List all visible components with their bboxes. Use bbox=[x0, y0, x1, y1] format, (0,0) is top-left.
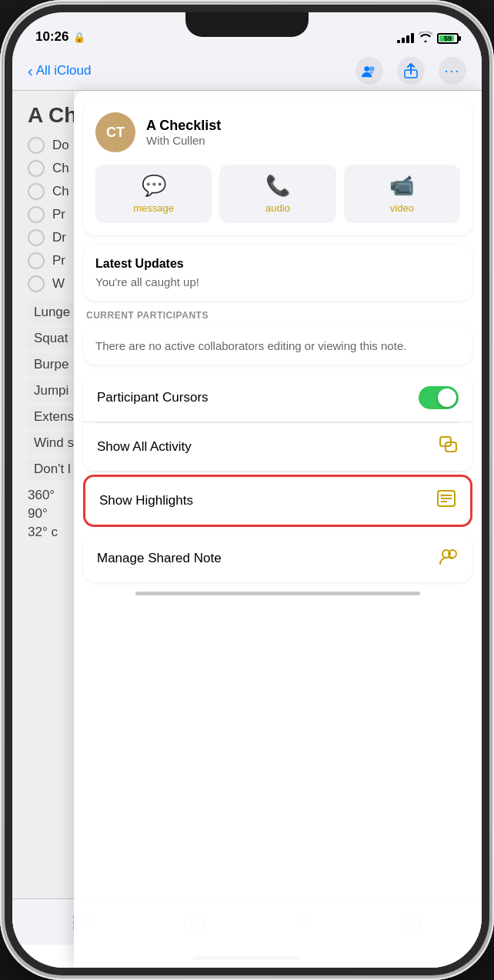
action-buttons: 💬 message 📞 audio 📹 video bbox=[95, 165, 460, 223]
settings-card: Participant Cursors Show All Activity bbox=[83, 374, 472, 472]
show-highlights-icon-container bbox=[436, 489, 456, 512]
signal-bars bbox=[397, 33, 414, 43]
phone-inner: 10:26 🔒 bbox=[5, 5, 489, 975]
more-button[interactable]: ··· bbox=[439, 57, 466, 85]
phone-frame: 10:26 🔒 bbox=[0, 0, 494, 980]
video-button[interactable]: 📹 video bbox=[344, 165, 460, 223]
svg-point-0 bbox=[364, 66, 369, 72]
signal-bar-2 bbox=[402, 38, 405, 43]
share-button[interactable] bbox=[397, 57, 425, 85]
lock-icon: 🔒 bbox=[73, 32, 85, 43]
video-icon: 📹 bbox=[389, 174, 414, 198]
audio-icon: 📞 bbox=[265, 174, 290, 198]
share-people-button[interactable] bbox=[355, 57, 383, 85]
nav-bar: ‹ All iCloud bbox=[12, 51, 482, 91]
show-highlights-icon bbox=[436, 489, 456, 512]
wifi-icon bbox=[419, 32, 432, 45]
scroll-indicator bbox=[135, 592, 420, 595]
contact-row: CT A Checklist With Cullen bbox=[95, 112, 460, 152]
participant-cursors-label: Participant Cursors bbox=[97, 390, 209, 405]
show-highlights-highlighted-container: Show Highlights bbox=[83, 475, 472, 527]
message-button[interactable]: 💬 message bbox=[95, 165, 212, 223]
settings-divider-2 bbox=[97, 472, 459, 472]
manage-shared-card: Manage Shared Note bbox=[83, 535, 472, 582]
show-all-activity-icon bbox=[439, 435, 459, 458]
video-label: video bbox=[390, 202, 414, 214]
back-label: All iCloud bbox=[36, 63, 92, 78]
participant-cursors-row[interactable]: Participant Cursors bbox=[83, 374, 472, 422]
signal-bar-4 bbox=[411, 33, 414, 43]
blur-overlay bbox=[12, 91, 74, 898]
participants-text: There are no active collaborators editin… bbox=[95, 339, 460, 352]
show-all-activity-row[interactable]: Show All Activity bbox=[83, 423, 472, 472]
signal-bar-1 bbox=[397, 40, 400, 43]
manage-shared-icon bbox=[439, 547, 459, 570]
latest-updates-card: Latest Updates You're all caught up! bbox=[83, 245, 472, 301]
manage-shared-label: Manage Shared Note bbox=[97, 551, 222, 566]
screen: 10:26 🔒 bbox=[12, 12, 482, 968]
show-all-activity-label: Show All Activity bbox=[97, 439, 192, 455]
toggle-container bbox=[419, 386, 459, 409]
svg-point-1 bbox=[369, 66, 375, 72]
manage-shared-icon-container bbox=[439, 547, 459, 570]
time-display: 10:26 bbox=[35, 29, 68, 45]
status-time: 10:26 🔒 bbox=[35, 29, 85, 45]
contact-name: A Checklist bbox=[146, 118, 460, 134]
contact-card: CT A Checklist With Cullen 💬 message 📞 bbox=[83, 100, 472, 235]
participants-label: CURRENT PARTICIPANTS bbox=[83, 310, 472, 321]
notch bbox=[185, 12, 309, 37]
signal-bar-3 bbox=[406, 35, 409, 43]
back-chevron-icon: ‹ bbox=[28, 63, 33, 78]
svg-rect-9 bbox=[439, 494, 443, 497]
latest-updates-text: You're all caught up! bbox=[95, 275, 460, 288]
collab-panel: CT A Checklist With Cullen 💬 message 📞 bbox=[74, 91, 482, 968]
nav-back-button[interactable]: ‹ All iCloud bbox=[28, 63, 91, 78]
message-label: message bbox=[133, 202, 174, 214]
message-icon: 💬 bbox=[142, 174, 166, 198]
battery-indicator: 59 bbox=[437, 33, 459, 44]
manage-shared-row[interactable]: Manage Shared Note bbox=[83, 535, 472, 582]
contact-subtitle: With Cullen bbox=[146, 134, 460, 147]
audio-label: audio bbox=[265, 202, 290, 214]
avatar: CT bbox=[95, 112, 135, 152]
show-highlights-row[interactable]: Show Highlights bbox=[85, 477, 470, 525]
participant-cursors-toggle[interactable] bbox=[419, 386, 459, 409]
battery-percent: 59 bbox=[444, 35, 452, 42]
latest-updates-heading: Latest Updates bbox=[95, 257, 460, 271]
status-right: 59 bbox=[397, 32, 459, 45]
participants-card: There are no active collaborators editin… bbox=[83, 327, 472, 365]
show-all-activity-icon-container bbox=[439, 435, 459, 458]
show-highlights-label: Show Highlights bbox=[99, 493, 193, 508]
contact-info: A Checklist With Cullen bbox=[146, 118, 460, 147]
nav-icons: ··· bbox=[355, 57, 466, 85]
audio-button[interactable]: 📞 audio bbox=[219, 165, 335, 223]
toggle-knob bbox=[438, 388, 456, 407]
